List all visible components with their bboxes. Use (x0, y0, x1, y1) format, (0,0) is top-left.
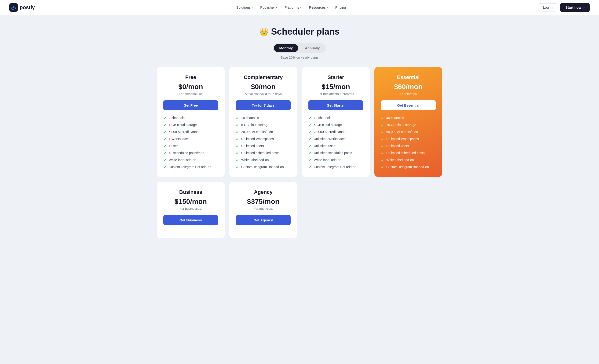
check-icon: ✓ (308, 158, 311, 162)
plan-card-starter: Starter $15/mon For freelancers & creato… (302, 67, 370, 177)
check-icon: ✓ (163, 137, 166, 141)
check-icon: ✓ (308, 116, 311, 120)
feature-item: ✓Unlimited users (308, 144, 363, 148)
crown-icon: 👑 (259, 27, 269, 36)
feature-item: ✓Unlimited Workspaces (308, 137, 363, 141)
check-icon: ✓ (308, 130, 311, 135)
plan-name-free: Free (163, 74, 218, 80)
check-icon: ✓ (381, 137, 384, 141)
feature-item: ✓Custom Telegram Bot add-on (308, 165, 363, 169)
plan-price-agency: $375/mon (236, 198, 291, 205)
feature-item: ✓10 channels (308, 116, 363, 120)
plan-price-starter: $15/mon (308, 83, 363, 91)
get-free-button[interactable]: Get Free (163, 100, 218, 110)
feature-item: ✓20,000 AI credits/mon (308, 130, 363, 135)
check-icon: ✓ (236, 130, 239, 135)
main-content: 👑 Scheduler plans Monthly Annually (Save… (147, 15, 452, 252)
plan-card-free: Free $0/mon For personal use Get Free ✓2… (157, 67, 225, 177)
plan-desc-starter: For freelancers & creators (308, 92, 363, 96)
get-agency-button[interactable]: Get Agency (236, 215, 291, 225)
check-icon: ✓ (308, 144, 311, 148)
logo-text: postly (20, 4, 35, 10)
check-icon: ✓ (236, 158, 239, 162)
logo[interactable]: postly (9, 3, 35, 12)
feature-item: ✓5,000 AI credits/mon (163, 130, 218, 135)
check-icon: ✓ (163, 165, 166, 169)
feature-item: ✓White-label add-on (236, 158, 291, 162)
feature-item: ✓Custom Telegram Bot add-on (381, 165, 436, 169)
feature-item: ✓1 Workspaces (163, 137, 218, 141)
chevron-down-icon: ▾ (327, 6, 328, 9)
login-button[interactable]: Log in (538, 3, 557, 11)
empty-slot-2 (374, 182, 442, 238)
nav-solutions[interactable]: Solutions ▾ (233, 3, 256, 11)
check-icon: ✓ (308, 137, 311, 141)
try-complementary-button[interactable]: Try for 7 days (236, 100, 291, 110)
check-icon: ✓ (236, 165, 239, 169)
plan-name-complementary: Complementary (236, 74, 291, 80)
feature-item: ✓White-label add-on (163, 158, 218, 162)
features-list-essential: ✓40 channels ✓15 GB cloud storage ✓50,00… (381, 116, 436, 169)
annually-toggle[interactable]: Annually (299, 44, 325, 52)
save-note: (Save 20% on yearly plans) (157, 56, 442, 59)
plan-name-business: Business (163, 189, 218, 195)
plan-desc-essential: For startups (381, 92, 436, 96)
features-list-starter: ✓10 channels ✓5 GB cloud storage ✓20,000… (308, 116, 363, 169)
check-icon: ✓ (163, 130, 166, 135)
check-icon: ✓ (381, 151, 384, 155)
plan-name-agency: Agency (236, 189, 291, 195)
chevron-down-icon: ▾ (276, 6, 277, 9)
check-icon: ✓ (163, 151, 166, 155)
check-icon: ✓ (381, 158, 384, 162)
nav-pricing[interactable]: Pricing (332, 3, 349, 11)
pricing-grid-bottom: Business $150/mon For businesses. Get Bu… (157, 182, 442, 238)
check-icon: ✓ (236, 144, 239, 148)
start-now-button[interactable]: Start now › (560, 3, 590, 12)
get-business-button[interactable]: Get Business (163, 215, 218, 225)
get-starter-button[interactable]: Get Starter (308, 100, 363, 110)
feature-item: ✓Unlimited scheduled posts (381, 151, 436, 155)
nav-resources[interactable]: Resources ▾ (306, 3, 331, 11)
page-title-section: 👑 Scheduler plans (157, 27, 442, 37)
plan-name-essential: Essential (381, 74, 436, 80)
feature-item: ✓Custom Telegram Bot add-on (236, 165, 291, 169)
feature-item: ✓5 GB cloud storage (308, 123, 363, 127)
check-icon: ✓ (381, 116, 384, 120)
check-icon: ✓ (236, 137, 239, 141)
check-icon: ✓ (381, 130, 384, 135)
check-icon: ✓ (308, 123, 311, 127)
feature-item: ✓Unlimited users (236, 144, 291, 148)
plan-desc-business: For businesses. (163, 207, 218, 210)
feature-item: ✓10 scheduled posts/mon (163, 151, 218, 155)
plan-desc-complementary: A trial plan valid for 7 days (236, 92, 291, 96)
svg-point-1 (13, 6, 14, 8)
feature-item: ✓Unlimited users (381, 144, 436, 148)
feature-item: ✓Unlimited scheduled posts (308, 151, 363, 155)
plan-card-essential: Essential $60/mon For startups Get Essen… (374, 67, 442, 177)
feature-item: ✓2 channels (163, 116, 218, 120)
feature-item: ✓Unlimited Workspaces (381, 137, 436, 141)
feature-item: ✓15 GB cloud storage (381, 123, 436, 127)
chevron-down-icon: ▾ (252, 6, 253, 9)
navbar: postly Solutions ▾ Publisher ▾ Platforms… (0, 0, 599, 15)
check-icon: ✓ (163, 116, 166, 120)
check-icon: ✓ (163, 144, 166, 148)
check-icon: ✓ (381, 123, 384, 127)
feature-item: ✓1 user (163, 144, 218, 148)
plan-card-business: Business $150/mon For businesses. Get Bu… (157, 182, 225, 238)
nav-platforms[interactable]: Platforms ▾ (281, 3, 305, 11)
feature-item: ✓White-label add-on (381, 158, 436, 162)
feature-item: ✓1 GB cloud storage (163, 123, 218, 127)
pricing-grid-top: Free $0/mon For personal use Get Free ✓2… (157, 67, 442, 177)
check-icon: ✓ (381, 144, 384, 148)
check-icon: ✓ (163, 158, 166, 162)
feature-item: ✓5 GB cloud storage (236, 123, 291, 127)
logo-icon (9, 3, 18, 12)
nav-publisher[interactable]: Publisher ▾ (257, 3, 280, 11)
feature-item: ✓Custom Telegram Bot add-on (163, 165, 218, 169)
plan-desc-agency: For agencies. (236, 207, 291, 210)
get-essential-button[interactable]: Get Essential (381, 100, 436, 110)
check-icon: ✓ (381, 165, 384, 169)
check-icon: ✓ (236, 116, 239, 120)
monthly-toggle[interactable]: Monthly (274, 44, 299, 52)
